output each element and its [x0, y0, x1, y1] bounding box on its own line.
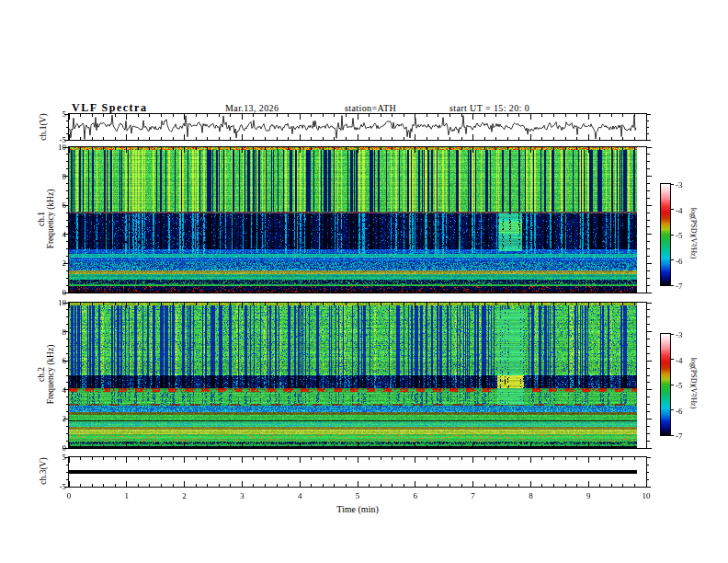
time-tick-label: 2 [175, 491, 195, 500]
freq-tick-label: 4 [42, 230, 66, 239]
colorbar-tick-label: -3 [676, 180, 683, 190]
volt-tick-label: -5 [42, 482, 66, 491]
colorbar-tick-label: -7 [676, 431, 683, 441]
colorbar-tick-label: -5 [676, 231, 683, 240]
time-tick-label: 0 [59, 491, 79, 500]
colorbar-tick-label: -4 [676, 206, 683, 215]
freq-tick-label: 8 [42, 172, 66, 181]
time-tick-label: 1 [117, 491, 137, 500]
freq-tick-label: 10 [42, 298, 66, 307]
time-tick-label: 6 [405, 491, 426, 500]
colorbar-tick-label: -5 [676, 381, 683, 390]
ch2-spectrogram-panel [68, 302, 647, 449]
ch2-spectrogram-canvas [69, 303, 637, 448]
colorbar-2-canvas [661, 334, 670, 435]
freq-tick-label: 0 [42, 443, 66, 453]
freq-tick-label: 6 [42, 356, 66, 365]
colorbar-1-axis-title: log(PSD)(V²/Hz) [689, 178, 698, 289]
start-ut-label: start UT = 15: 20: 0 [449, 103, 529, 113]
colorbar-1-frame [660, 183, 671, 286]
time-tick-label: 4 [290, 491, 310, 500]
freq-tick-label: 2 [42, 414, 66, 423]
volt-tick-label: 5 [42, 453, 66, 462]
colorbar-tick-label: -6 [676, 407, 683, 416]
colorbar-tick-label: -3 [676, 330, 683, 339]
date-label: Mar.13, 2026 [225, 103, 279, 113]
time-tick-label: 5 [347, 491, 368, 500]
ch3-wave-axis-title: ch.3(V) [39, 416, 48, 526]
freq-tick-label: 2 [42, 259, 66, 268]
volt-tick-label: -5 [42, 135, 66, 144]
colorbar-tick-label: -4 [676, 356, 683, 365]
volt-tick-label: 5 [42, 109, 66, 119]
freq-tick-label: 4 [42, 385, 66, 395]
time-axis-title: Time (min) [302, 504, 413, 514]
ch1-waveform-panel [68, 113, 647, 141]
ch1-waveform-canvas [69, 114, 637, 140]
ch3-waveform-panel [68, 456, 647, 488]
time-tick-label: 10 [636, 491, 656, 500]
ch3-waveform-canvas [69, 457, 637, 487]
time-tick-label: 8 [520, 491, 540, 500]
vlf-spectra-figure: VLF Spectra Mar.13, 2026 station=ATH sta… [0, 0, 728, 563]
time-tick-label: 3 [232, 491, 252, 500]
colorbar-2-axis-title: log(PSD)(V²/Hz) [689, 328, 698, 439]
freq-tick-label: 8 [42, 327, 66, 337]
colorbar-tick-label: -7 [676, 282, 683, 291]
ch1-spectrogram-panel [68, 146, 647, 293]
freq-tick-label: 6 [42, 201, 66, 210]
colorbar-tick-label: -6 [676, 257, 683, 266]
time-tick-label: 9 [578, 491, 598, 500]
colorbar-2-frame [660, 333, 671, 436]
station-label: station=ATH [345, 103, 396, 113]
ch1-spectrogram-canvas [69, 147, 637, 293]
freq-tick-label: 0 [42, 288, 66, 297]
time-tick-label: 7 [463, 491, 483, 500]
colorbar-1-canvas [661, 184, 670, 285]
